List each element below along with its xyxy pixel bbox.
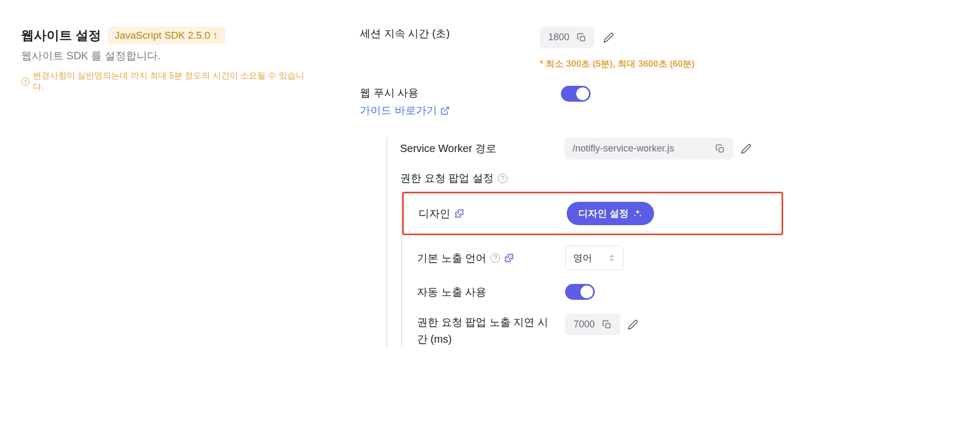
- copy-icon[interactable]: [577, 33, 586, 42]
- external-link-icon: [440, 106, 450, 115]
- session-duration-row: 세션 지속 시간 (초) 1800: [360, 26, 783, 58]
- default-language-label: 기본 노출 언어 ?: [417, 251, 555, 265]
- help-icon[interactable]: ?: [491, 253, 500, 263]
- page-title: 웹사이트 설정: [21, 27, 101, 44]
- puzzle-icon: [504, 253, 514, 263]
- edit-icon[interactable]: [741, 144, 751, 154]
- language-select[interactable]: 영어: [565, 246, 623, 270]
- service-worker-value: /notifly-service-worker.js: [564, 138, 733, 159]
- session-duration-value: 1800: [540, 26, 595, 48]
- copy-icon[interactable]: [715, 144, 725, 154]
- left-column: 웹사이트 설정 JavaScript SDK 2.5.0 ↑ 웹사이트 SDK …: [21, 26, 307, 361]
- design-row: 디자인 디자인 설정: [402, 192, 783, 235]
- web-push-nested-section: Service Worker 경로 /notifly-service-worke…: [386, 138, 783, 347]
- web-push-toggle[interactable]: [561, 86, 591, 102]
- svg-rect-3: [606, 323, 610, 327]
- svg-line-1: [444, 107, 448, 111]
- session-duration-label: 세션 지속 시간 (초): [360, 26, 529, 41]
- auto-expose-row: 자동 노출 사용: [402, 284, 783, 300]
- permission-popup-label: 권한 요청 팝업 설정: [400, 171, 494, 185]
- web-push-row: 웹 푸시 사용 가이드 바로가기: [360, 86, 783, 127]
- sparkle-icon: [633, 209, 642, 218]
- page-subtitle: 웹사이트 SDK 를 설정합니다.: [21, 49, 307, 63]
- default-language-row: 기본 노출 언어 ? 영어: [402, 246, 783, 270]
- guide-link[interactable]: 가이드 바로가기: [360, 103, 450, 118]
- auto-expose-label: 자동 노출 사용: [417, 285, 555, 299]
- service-worker-label: Service Worker 경로: [400, 141, 553, 156]
- copy-icon[interactable]: [602, 320, 612, 329]
- design-label: 디자인: [419, 207, 556, 221]
- warning-message: 변경사항이 실반영되는데 까지 최대 5분 정도의 시간이 소요될 수 있습니다…: [33, 70, 307, 93]
- auto-expose-toggle[interactable]: [565, 284, 595, 300]
- delay-row: 권한 요청 팝업 노출 지연 시간 (ms) 7000: [402, 314, 783, 347]
- permission-popup-heading-row: 권한 요청 팝업 설정 ?: [387, 171, 783, 185]
- delay-label: 권한 요청 팝업 노출 지연 시간 (ms): [417, 314, 555, 347]
- svg-rect-0: [580, 36, 585, 40]
- puzzle-icon: [455, 209, 464, 218]
- svg-rect-2: [719, 147, 723, 151]
- info-icon: !: [21, 77, 30, 86]
- help-icon[interactable]: ?: [498, 174, 507, 183]
- session-duration-hint: * 최소 300초 (5분), 최대 3600초 (60분): [540, 58, 783, 70]
- sdk-version-badge: JavaScript SDK 2.5.0 ↑: [107, 26, 225, 44]
- edit-icon[interactable]: [603, 32, 614, 43]
- service-worker-row: Service Worker 경로 /notifly-service-worke…: [387, 138, 783, 159]
- warning-text: ! 변경사항이 실반영되는데 까지 최대 5분 정도의 시간이 소요될 수 있습…: [21, 70, 307, 93]
- chevron-updown-icon: [608, 254, 615, 262]
- design-settings-button[interactable]: 디자인 설정: [567, 202, 654, 225]
- settings-column: 세션 지속 시간 (초) 1800 * 최소 300초 (5분), 최대 360…: [360, 26, 783, 361]
- edit-icon[interactable]: [628, 319, 638, 330]
- permission-popup-nested-section: 디자인 디자인 설정: [401, 192, 783, 347]
- delay-value: 7000: [565, 314, 620, 335]
- web-push-label: 웹 푸시 사용: [360, 86, 529, 100]
